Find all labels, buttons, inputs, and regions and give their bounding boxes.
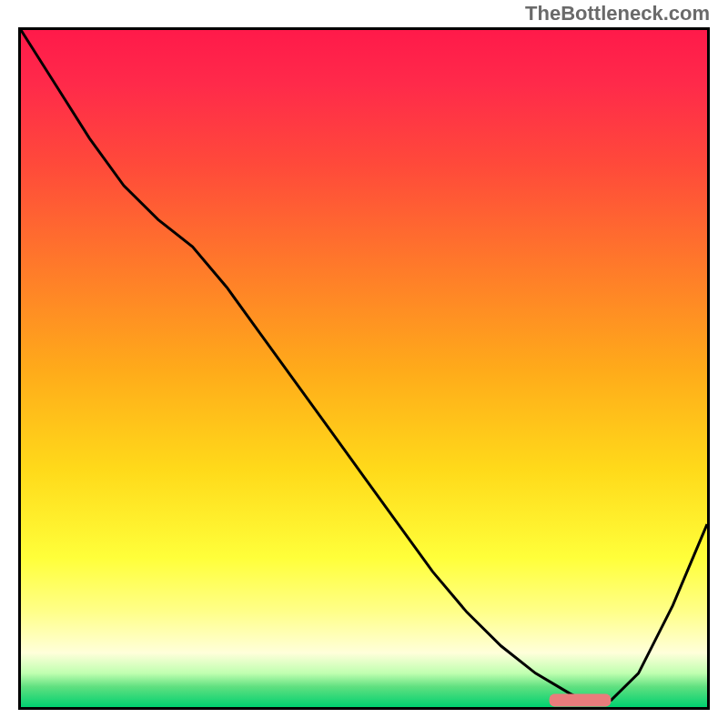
bottleneck-curve [21,30,707,701]
minimum-marker [550,694,612,707]
curve-svg [21,30,707,707]
watermark-text: TheBottleneck.com [525,2,710,25]
bottleneck-chart: TheBottleneck.com [0,0,728,728]
plot-area [18,27,710,710]
